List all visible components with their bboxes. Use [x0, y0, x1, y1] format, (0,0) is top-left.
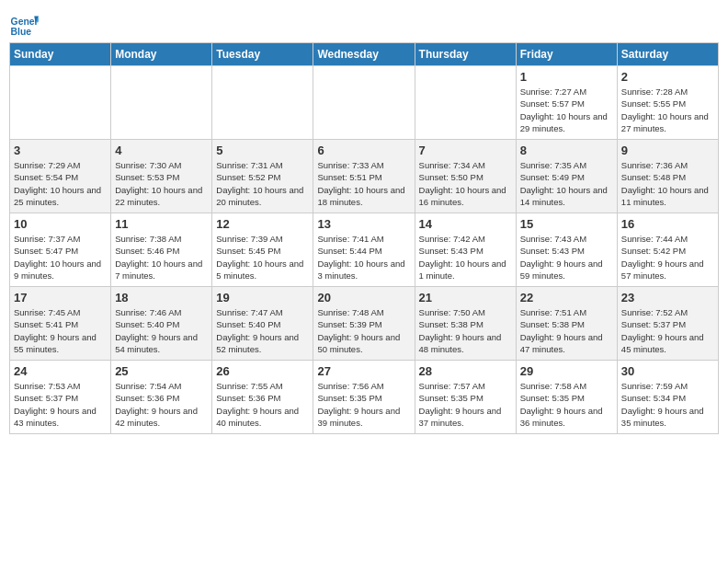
- calendar-cell: 16Sunrise: 7:44 AMSunset: 5:42 PMDayligh…: [617, 213, 718, 287]
- day-number: 10: [14, 217, 107, 231]
- calendar-cell: 4Sunrise: 7:30 AMSunset: 5:53 PMDaylight…: [111, 140, 212, 213]
- calendar-cell: 2Sunrise: 7:28 AMSunset: 5:55 PMDaylight…: [617, 66, 718, 140]
- day-number: 20: [317, 291, 410, 304]
- calendar-cell: 13Sunrise: 7:41 AMSunset: 5:44 PMDayligh…: [313, 213, 415, 287]
- calendar-cell: 20Sunrise: 7:48 AMSunset: 5:39 PMDayligh…: [313, 287, 415, 361]
- day-number: 29: [520, 364, 613, 378]
- calendar-cell: 7Sunrise: 7:34 AMSunset: 5:50 PMDaylight…: [415, 140, 516, 213]
- day-info: Sunrise: 7:53 AMSunset: 5:37 PMDaylight:…: [14, 380, 107, 429]
- calendar-cell: 17Sunrise: 7:45 AMSunset: 5:41 PMDayligh…: [10, 287, 111, 361]
- day-number: 7: [419, 144, 512, 157]
- calendar-cell: 1Sunrise: 7:27 AMSunset: 5:57 PMDaylight…: [516, 66, 617, 140]
- day-number: 9: [621, 144, 714, 157]
- logo: General Blue: [9, 13, 40, 39]
- day-number: 5: [216, 144, 309, 157]
- day-number: 14: [419, 217, 512, 231]
- weekday-header-friday: Friday: [516, 43, 617, 66]
- calendar-cell: [415, 66, 516, 140]
- day-number: 25: [115, 364, 208, 378]
- day-info: Sunrise: 7:58 AMSunset: 5:35 PMDaylight:…: [520, 380, 613, 429]
- day-number: 19: [216, 291, 309, 304]
- calendar-cell: 5Sunrise: 7:31 AMSunset: 5:52 PMDaylight…: [212, 140, 313, 213]
- day-info: Sunrise: 7:34 AMSunset: 5:50 PMDaylight:…: [419, 159, 512, 208]
- weekday-header-wednesday: Wednesday: [313, 43, 415, 66]
- weekday-header-monday: Monday: [111, 43, 212, 66]
- calendar-cell: 9Sunrise: 7:36 AMSunset: 5:48 PMDaylight…: [617, 140, 718, 213]
- calendar-cell: 10Sunrise: 7:37 AMSunset: 5:47 PMDayligh…: [10, 213, 111, 287]
- calendar-cell: 26Sunrise: 7:55 AMSunset: 5:36 PMDayligh…: [212, 361, 313, 434]
- day-number: 4: [115, 144, 208, 157]
- day-number: 2: [621, 70, 714, 84]
- day-number: 28: [419, 364, 512, 378]
- header: General Blue: [9, 9, 719, 39]
- svg-text:Blue: Blue: [11, 27, 32, 37]
- day-number: 23: [621, 291, 714, 304]
- day-info: Sunrise: 7:38 AMSunset: 5:46 PMDaylight:…: [115, 233, 208, 282]
- calendar-cell: 28Sunrise: 7:57 AMSunset: 5:35 PMDayligh…: [415, 361, 516, 434]
- calendar-cell: 22Sunrise: 7:51 AMSunset: 5:38 PMDayligh…: [516, 287, 617, 361]
- day-info: Sunrise: 7:31 AMSunset: 5:52 PMDaylight:…: [216, 159, 309, 208]
- day-info: Sunrise: 7:47 AMSunset: 5:40 PMDaylight:…: [216, 306, 309, 355]
- day-number: 21: [419, 291, 512, 304]
- calendar-cell: 6Sunrise: 7:33 AMSunset: 5:51 PMDaylight…: [313, 140, 415, 213]
- calendar-cell: 23Sunrise: 7:52 AMSunset: 5:37 PMDayligh…: [617, 287, 718, 361]
- day-number: 13: [317, 217, 410, 231]
- day-info: Sunrise: 7:48 AMSunset: 5:39 PMDaylight:…: [317, 306, 410, 355]
- day-number: 27: [317, 364, 410, 378]
- calendar-cell: 11Sunrise: 7:38 AMSunset: 5:46 PMDayligh…: [111, 213, 212, 287]
- day-info: Sunrise: 7:46 AMSunset: 5:40 PMDaylight:…: [115, 306, 208, 355]
- day-info: Sunrise: 7:44 AMSunset: 5:42 PMDaylight:…: [621, 233, 714, 282]
- day-number: 15: [520, 217, 613, 231]
- day-number: 6: [317, 144, 410, 157]
- day-number: 26: [216, 364, 309, 378]
- calendar-cell: 21Sunrise: 7:50 AMSunset: 5:38 PMDayligh…: [415, 287, 516, 361]
- calendar-cell: [10, 66, 111, 140]
- day-info: Sunrise: 7:52 AMSunset: 5:37 PMDaylight:…: [621, 306, 714, 355]
- calendar-cell: [111, 66, 212, 140]
- calendar-cell: 15Sunrise: 7:43 AMSunset: 5:43 PMDayligh…: [516, 213, 617, 287]
- calendar-cell: 19Sunrise: 7:47 AMSunset: 5:40 PMDayligh…: [212, 287, 313, 361]
- day-info: Sunrise: 7:30 AMSunset: 5:53 PMDaylight:…: [115, 159, 208, 208]
- day-number: 18: [115, 291, 208, 304]
- calendar-cell: 24Sunrise: 7:53 AMSunset: 5:37 PMDayligh…: [10, 361, 111, 434]
- weekday-header-saturday: Saturday: [617, 43, 718, 66]
- calendar-cell: 8Sunrise: 7:35 AMSunset: 5:49 PMDaylight…: [516, 140, 617, 213]
- calendar-cell: 14Sunrise: 7:42 AMSunset: 5:43 PMDayligh…: [415, 213, 516, 287]
- calendar-cell: [212, 66, 313, 140]
- calendar-cell: 25Sunrise: 7:54 AMSunset: 5:36 PMDayligh…: [111, 361, 212, 434]
- day-info: Sunrise: 7:59 AMSunset: 5:34 PMDaylight:…: [621, 380, 714, 429]
- day-info: Sunrise: 7:29 AMSunset: 5:54 PMDaylight:…: [14, 159, 107, 208]
- day-info: Sunrise: 7:33 AMSunset: 5:51 PMDaylight:…: [317, 159, 410, 208]
- day-info: Sunrise: 7:27 AMSunset: 5:57 PMDaylight:…: [520, 86, 613, 134]
- day-number: 8: [520, 144, 613, 157]
- calendar-cell: 3Sunrise: 7:29 AMSunset: 5:54 PMDaylight…: [10, 140, 111, 213]
- day-number: 3: [14, 144, 107, 157]
- calendar-cell: 18Sunrise: 7:46 AMSunset: 5:40 PMDayligh…: [111, 287, 212, 361]
- day-info: Sunrise: 7:41 AMSunset: 5:44 PMDaylight:…: [317, 233, 410, 282]
- day-number: 16: [621, 217, 714, 231]
- calendar-table: SundayMondayTuesdayWednesdayThursdayFrid…: [9, 42, 719, 434]
- day-info: Sunrise: 7:56 AMSunset: 5:35 PMDaylight:…: [317, 380, 410, 429]
- calendar-cell: [313, 66, 415, 140]
- calendar-cell: 27Sunrise: 7:56 AMSunset: 5:35 PMDayligh…: [313, 361, 415, 434]
- logo-icon: General Blue: [9, 13, 39, 39]
- day-info: Sunrise: 7:35 AMSunset: 5:49 PMDaylight:…: [520, 159, 613, 208]
- day-number: 1: [520, 70, 613, 84]
- day-info: Sunrise: 7:37 AMSunset: 5:47 PMDaylight:…: [14, 233, 107, 282]
- calendar-cell: 29Sunrise: 7:58 AMSunset: 5:35 PMDayligh…: [516, 361, 617, 434]
- day-info: Sunrise: 7:43 AMSunset: 5:43 PMDaylight:…: [520, 233, 613, 282]
- weekday-header-sunday: Sunday: [10, 43, 111, 66]
- day-info: Sunrise: 7:57 AMSunset: 5:35 PMDaylight:…: [419, 380, 512, 429]
- day-number: 30: [621, 364, 714, 378]
- day-number: 12: [216, 217, 309, 231]
- day-info: Sunrise: 7:36 AMSunset: 5:48 PMDaylight:…: [621, 159, 714, 208]
- svg-text:General: General: [11, 17, 39, 27]
- weekday-header-tuesday: Tuesday: [212, 43, 313, 66]
- calendar-cell: 30Sunrise: 7:59 AMSunset: 5:34 PMDayligh…: [617, 361, 718, 434]
- day-info: Sunrise: 7:42 AMSunset: 5:43 PMDaylight:…: [419, 233, 512, 282]
- day-info: Sunrise: 7:45 AMSunset: 5:41 PMDaylight:…: [14, 306, 107, 355]
- day-info: Sunrise: 7:54 AMSunset: 5:36 PMDaylight:…: [115, 380, 208, 429]
- day-info: Sunrise: 7:50 AMSunset: 5:38 PMDaylight:…: [419, 306, 512, 355]
- day-info: Sunrise: 7:39 AMSunset: 5:45 PMDaylight:…: [216, 233, 309, 282]
- weekday-header-thursday: Thursday: [415, 43, 516, 66]
